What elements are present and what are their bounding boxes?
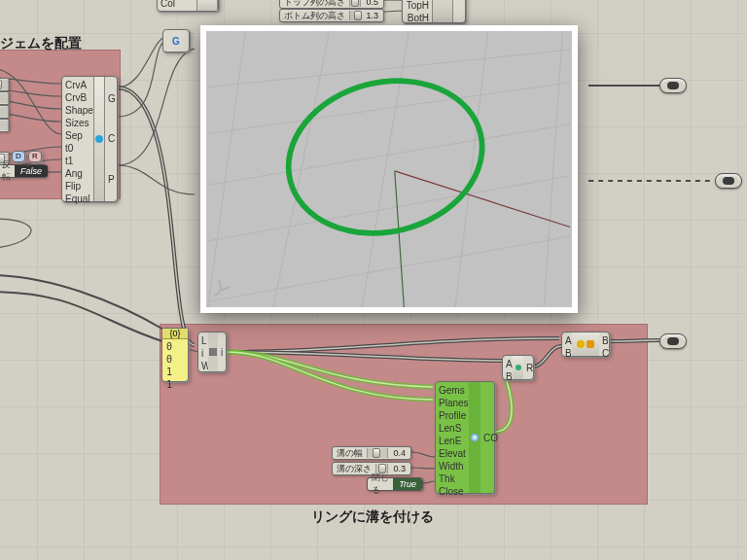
svg-line-12 bbox=[221, 287, 231, 291]
svg-line-14 bbox=[215, 291, 222, 297]
slider-in-3[interactable] bbox=[0, 105, 10, 119]
group-channel-title: リングに溝を付ける bbox=[311, 508, 434, 526]
flip-toggle-label: 反転 bbox=[0, 158, 15, 184]
icon-strip bbox=[196, 0, 218, 11]
slider-top-b-value: 1.3 bbox=[361, 11, 383, 20]
relay-out-1[interactable] bbox=[659, 78, 687, 93]
slider-width-value: 0.4 bbox=[388, 448, 410, 458]
slider-top-a[interactable]: トップ列の高さ 0.5 bbox=[279, 0, 384, 9]
chip-d[interactable]: D bbox=[12, 151, 25, 162]
gem-icon bbox=[93, 77, 105, 201]
close-toggle-value: True bbox=[393, 478, 422, 490]
relay-out-3[interactable] bbox=[659, 333, 687, 349]
close-toggle-label: 閉じる bbox=[368, 472, 393, 497]
panel-indices[interactable]: {0} 0 0 1 1 bbox=[161, 328, 189, 382]
comp-replace[interactable]: A B R bbox=[502, 355, 534, 380]
replace-icon bbox=[513, 356, 523, 379]
slider-top-a-label: トップ列の高さ bbox=[280, 0, 349, 9]
slider-in-1[interactable] bbox=[0, 78, 10, 91]
channel-icon bbox=[469, 382, 480, 493]
preview-ring-curve bbox=[272, 61, 499, 254]
svg-rect-0 bbox=[209, 348, 217, 356]
brep-icon bbox=[572, 332, 599, 356]
slider-top-b-label: ボトム列の高さ bbox=[280, 10, 349, 22]
svg-line-6 bbox=[208, 236, 570, 301]
relay-out-2[interactable] bbox=[715, 173, 742, 189]
viewport-preview bbox=[200, 25, 578, 313]
comp-gemrail[interactable]: CrvA CrvB Shape Sizes Sep t0 t1 Ang Flip… bbox=[61, 76, 118, 202]
panel-header: {0} bbox=[162, 329, 188, 339]
icon-strip bbox=[432, 0, 453, 22]
slider-top-b[interactable]: ボトム列の高さ 1.3 bbox=[279, 9, 384, 22]
svg-point-1 bbox=[516, 365, 521, 370]
slider-in-2[interactable] bbox=[0, 91, 10, 105]
param-col: Col bbox=[160, 0, 194, 10]
comp-brep-join[interactable]: A B B C bbox=[561, 332, 610, 357]
flip-toggle[interactable]: 反転 False bbox=[0, 164, 48, 178]
slider-in-4[interactable] bbox=[0, 119, 10, 132]
axis-x bbox=[395, 171, 570, 228]
axis-y bbox=[395, 171, 405, 307]
view-gizmo-icon bbox=[215, 280, 231, 296]
svg-line-10 bbox=[455, 31, 488, 307]
flip-toggle-value: False bbox=[15, 165, 48, 177]
comp-list-item[interactable]: L i W i bbox=[197, 332, 227, 372]
svg-line-7 bbox=[208, 31, 245, 307]
chip-r[interactable]: R bbox=[28, 151, 42, 162]
cluster-button[interactable]: G bbox=[162, 29, 190, 52]
comp-top-right-partial[interactable]: TopS BotS TopH BotH bbox=[402, 0, 466, 23]
svg-line-13 bbox=[219, 280, 221, 291]
slider-width-label: 溝の幅 bbox=[333, 447, 367, 460]
slider-width[interactable]: 溝の幅 0.4 bbox=[332, 446, 411, 460]
list-item-icon bbox=[208, 332, 218, 371]
svg-line-11 bbox=[544, 31, 562, 307]
svg-line-4 bbox=[208, 124, 570, 185]
group-gems-title: ジェムを配置 bbox=[0, 35, 82, 52]
comp-channel[interactable]: Gems Planes Profile LenS LenE Elevat Wid… bbox=[435, 381, 495, 494]
svg-line-8 bbox=[273, 31, 330, 307]
close-toggle[interactable]: 閉じる True bbox=[367, 477, 423, 491]
cluster-icon: G bbox=[172, 36, 180, 47]
comp-top-left-partial[interactable]: Col bbox=[157, 0, 219, 12]
svg-line-3 bbox=[208, 83, 570, 134]
slider-top-a-value: 0.5 bbox=[361, 0, 383, 7]
